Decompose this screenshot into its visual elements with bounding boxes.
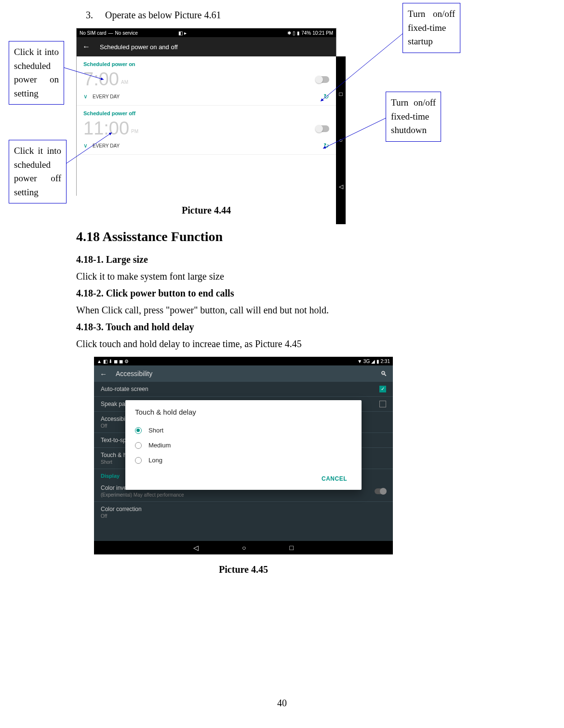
sublabel: Off [101, 513, 142, 519]
radio-label: Medium [148, 442, 171, 449]
power-off-toggle[interactable] [316, 125, 329, 132]
refresh-icon[interactable]: ↻ [323, 142, 329, 149]
status-left-icons: ▲ ◧ ⬇ ◼ ◼ ⚙ [97, 359, 129, 364]
power-off-repeat: EVERY DAY [93, 143, 120, 148]
sub-4-18-3-text: Click touch and hold delay to increae ti… [76, 337, 302, 350]
battery-icon: ▮ [376, 359, 379, 364]
power-on-ampm: AM [121, 80, 128, 85]
row-auto-rotate[interactable]: Auto-rotate screen ✓ [94, 382, 393, 397]
radio-medium[interactable]: Medium [135, 438, 352, 453]
radio-label: Short [148, 427, 163, 434]
callout-startup-toggle: Turn on/off fixed-time startup [403, 3, 460, 53]
sub-4-18-2-heading: 4.18-2. Click power button to end calls [76, 287, 234, 299]
no-service-text: No service [115, 30, 138, 36]
nav-recent-icon[interactable]: □ [290, 544, 294, 552]
callout-shutdown-toggle: Turn on/off fixed-time shutdown [386, 92, 441, 142]
signal-icon: ◢ [371, 359, 375, 364]
app-bar: ← Accessibility 🔍︎ [94, 365, 393, 382]
power-on-time-row[interactable]: 7:00 AM [77, 69, 336, 90]
status-bar: No SIM card — No service ◧ ▸ ✱ ▯ ▮ 74% 1… [77, 28, 336, 37]
network-type: 3G [363, 359, 370, 364]
caption-4-44: Picture 4.44 [76, 205, 336, 216]
heading-4-18: 4.18 Assisstance Function [76, 229, 223, 244]
power-on-repeat: EVERY DAY [93, 94, 120, 99]
dialog-title: Touch & hold delay [135, 408, 352, 416]
nav-bar-side: □ ○ ◁ [336, 56, 346, 224]
page-number: 40 [0, 698, 564, 709]
sub-4-18-1-text: Click it to make system font large size [76, 270, 224, 283]
section-power-off: Scheduled power off [77, 106, 336, 118]
callout-power-on-setting: Click it into scheduled power on setting [9, 41, 64, 105]
nav-recent-icon[interactable]: □ [339, 91, 342, 97]
status-time: 2:31 [381, 359, 390, 364]
sub-4-18-3-heading: 4.18-3. Touch and hold delay [76, 321, 194, 333]
nav-home-icon[interactable]: ○ [242, 544, 246, 552]
power-off-ampm: PM [131, 129, 138, 134]
touch-hold-dialog: Touch & hold delay Short Medium Long CAN… [125, 400, 362, 490]
signal-icon: ▯ [293, 30, 295, 36]
back-icon[interactable]: ← [82, 42, 90, 51]
label: Auto-rotate screen [101, 386, 148, 392]
power-off-time-row[interactable]: 11:00 PM [77, 118, 336, 139]
wifi-icon: ▼ [357, 359, 362, 364]
step-number: 3. [86, 10, 103, 21]
bluetooth-icon: ✱ [287, 30, 291, 36]
divider: — [108, 30, 113, 36]
checkbox-checked-icon[interactable]: ✓ [379, 386, 386, 392]
radio-icon [135, 457, 142, 464]
radio-long[interactable]: Long [135, 453, 352, 468]
back-icon[interactable]: ← [100, 370, 107, 378]
screenshot-accessibility: ▲ ◧ ⬇ ◼ ◼ ⚙ ▼ 3G ◢ ▮ 2:31 ← Accessibilit… [94, 357, 393, 554]
checkbox-unchecked-icon[interactable] [379, 401, 386, 407]
battery-percent: 74% [301, 30, 311, 36]
power-on-time: 7:00 [83, 69, 119, 90]
nav-back-icon[interactable]: ◁ [339, 183, 343, 190]
nav-back-icon[interactable]: ◁ [193, 544, 199, 552]
radio-short[interactable]: Short [135, 423, 352, 438]
search-icon[interactable]: 🔍︎ [380, 370, 387, 377]
radio-label: Long [148, 457, 162, 464]
screen-title: Accessibility [116, 370, 152, 377]
refresh-icon[interactable]: ↻ [323, 93, 329, 100]
screen-title: Scheduled power on and off [100, 43, 178, 51]
power-on-toggle[interactable] [316, 76, 329, 83]
sub-4-18-1-heading: 4.18-1. Large size [76, 253, 148, 266]
chevron-down-icon: ∨ [83, 93, 88, 100]
power-off-time: 11:00 [83, 118, 129, 139]
section-power-on: Scheduled power on [77, 56, 336, 69]
cancel-button[interactable]: CANCEL [317, 472, 352, 485]
radio-selected-icon [135, 427, 142, 434]
label: Color correction [101, 506, 142, 512]
chevron-down-icon: ∨ [83, 142, 88, 149]
sub-4-18-2-text: When Click call, press "power" button, c… [76, 304, 329, 316]
callout-power-off-setting: Click it into scheduled power off settin… [9, 140, 67, 203]
nav-bar: ◁ ○ □ [94, 541, 393, 554]
app-bar: ← Scheduled power on and off [77, 37, 336, 56]
screenshot-scheduled-power: No SIM card — No service ◧ ▸ ✱ ▯ ▮ 74% 1… [76, 28, 336, 196]
sublabel: (Experimental) May affect performance [101, 492, 184, 498]
row-color-correction[interactable]: Color correction Off [94, 502, 393, 523]
color-inversion-toggle[interactable] [375, 488, 386, 494]
step-text: Operate as below Picture 4.61 [105, 10, 221, 20]
radio-icon [135, 442, 142, 449]
nav-home-icon[interactable]: ○ [339, 137, 342, 144]
battery-icon: ▮ [297, 30, 300, 36]
power-on-repeat-row[interactable]: ∨ EVERY DAY ↻ [77, 90, 336, 106]
status-bar: ▲ ◧ ⬇ ◼ ◼ ⚙ ▼ 3G ◢ ▮ 2:31 [94, 357, 393, 365]
status-icons: ◧ ▸ [178, 30, 187, 36]
caption-4-45: Picture 4.45 [94, 564, 393, 575]
status-time: 10:21 PM [312, 30, 333, 36]
no-sim-text: No SIM card [80, 30, 107, 36]
power-off-repeat-row[interactable]: ∨ EVERY DAY ↻ [77, 139, 336, 155]
